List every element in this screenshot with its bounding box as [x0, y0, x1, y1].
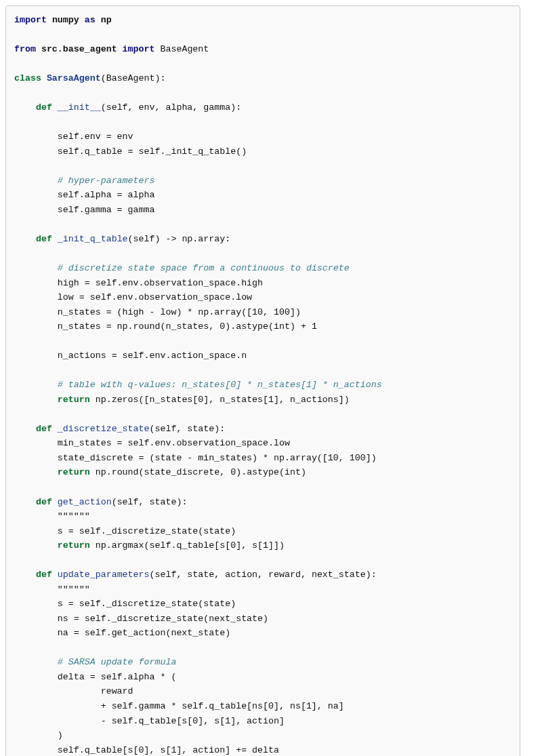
- code-line: self.env = env: [58, 132, 133, 142]
- code-line: n_actions = self.env.action_space.n: [58, 351, 247, 361]
- code-line: s = self._discretize_state(state): [58, 599, 236, 609]
- keyword-def: def: [36, 234, 52, 244]
- code-line: n_states = (high - low) * np.array([10, …: [58, 307, 301, 317]
- code-line: self.gamma = gamma: [58, 205, 155, 215]
- method-get-action: get_action: [58, 497, 112, 507]
- code-line: ns = self._discretize_state(next_state): [58, 614, 268, 624]
- keyword-class: class: [14, 73, 41, 83]
- params: (self, state):: [112, 497, 188, 507]
- keyword-from: from: [14, 44, 36, 54]
- comment: # hyper-parameters: [58, 176, 155, 186]
- method-discretize-state: _discretize_state: [58, 424, 150, 434]
- keyword-def: def: [36, 424, 52, 434]
- method-update-parameters: update_parameters: [58, 570, 150, 580]
- code-line: + self.gamma * self.q_table[ns[0], ns[1]…: [101, 701, 344, 711]
- code-line: low = self.env.observation_space.low: [58, 292, 252, 302]
- code-line: np.argmax(self.q_table[s[0], s[1]]): [96, 540, 285, 551]
- comment: # discretize state space from a continuo…: [58, 263, 350, 273]
- params: (self, env, alpha, gamma):: [101, 102, 241, 113]
- code-line: min_states = self.env.observation_space.…: [58, 438, 290, 448]
- code-line: na = self.get_action(next_state): [58, 628, 230, 638]
- keyword-as: as: [85, 15, 96, 25]
- code-block: import numpy as np from src.base_agent i…: [5, 5, 520, 756]
- params: (self, state):: [150, 424, 226, 434]
- params: (self, state, action, reward, next_state…: [150, 570, 377, 580]
- params: (self) -> np.array:: [128, 234, 231, 244]
- keyword-def: def: [36, 570, 52, 580]
- comment: # table with q-values: n_states[0] * n_s…: [58, 380, 382, 390]
- keyword-return: return: [58, 395, 90, 405]
- code-line: s = self._discretize_state(state): [58, 526, 236, 536]
- keyword-def: def: [36, 497, 52, 507]
- alias-np: np: [101, 15, 112, 25]
- keyword-return: return: [58, 467, 90, 477]
- code-line: np.round(state_discrete, 0).astype(int): [96, 467, 306, 477]
- keyword-import: import: [14, 15, 47, 25]
- keyword-return: return: [58, 540, 90, 551]
- class-name: SarsaAgent: [47, 73, 101, 83]
- method-init: __init__: [58, 102, 101, 113]
- code-line: np.zeros([n_states[0], n_states[1], n_ac…: [96, 395, 350, 405]
- class-bases: (BaseAgent):: [101, 73, 166, 83]
- module-numpy: numpy: [52, 15, 79, 25]
- module-path: src.base_agent: [41, 44, 117, 54]
- code-line: state_discrete = (state - min_states) * …: [58, 453, 377, 463]
- imported-name: BaseAgent: [160, 44, 209, 54]
- code-line: ): [58, 730, 63, 740]
- code-content: import numpy as np from src.base_agent i…: [14, 13, 512, 756]
- comment: # SARSA update formula: [58, 657, 177, 667]
- code-line: n_states = np.round(n_states, 0).astype(…: [58, 321, 317, 332]
- keyword-def: def: [36, 102, 52, 113]
- code-line: - self.q_table[s[0], s[1], action]: [101, 716, 285, 726]
- code-line: reward: [101, 686, 133, 696]
- docstring: """""": [58, 584, 90, 595]
- docstring: """""": [58, 511, 90, 521]
- code-line: self.alpha = alpha: [58, 190, 155, 200]
- code-line: high = self.env.observation_space.high: [58, 278, 263, 288]
- code-line: self.q_table = self._init_q_table(): [58, 146, 247, 157]
- keyword-import: import: [123, 44, 155, 54]
- method-init-q-table: _init_q_table: [58, 234, 128, 244]
- code-line: self.q_table[s[0], s[1], action] += delt…: [58, 745, 279, 755]
- code-line: delta = self.alpha * (: [58, 672, 177, 682]
